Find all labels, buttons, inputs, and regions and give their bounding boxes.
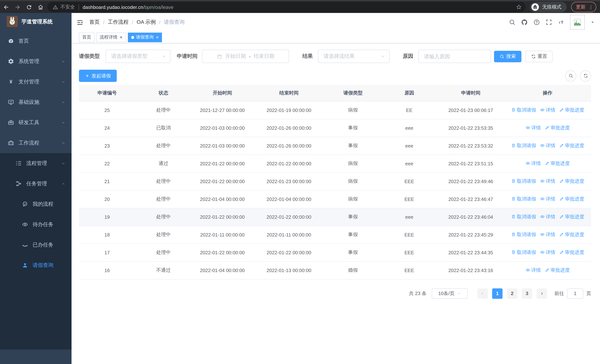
sidebar-item-process-management[interactable]: 流程管理 — [0, 153, 72, 173]
refresh-icon — [531, 54, 536, 59]
sidebar-item-dev-tools[interactable]: 研发工具 — [0, 112, 72, 133]
prev-page-button[interactable] — [477, 288, 488, 299]
sidebar-item-home[interactable]: 首页 — [0, 31, 72, 51]
close-icon[interactable]: × — [120, 35, 122, 40]
detail-action-link[interactable]: 详情 — [540, 178, 555, 185]
reason-input[interactable] — [419, 53, 491, 59]
search-icon[interactable] — [509, 19, 516, 26]
detail-action-link[interactable]: 详情 — [525, 125, 541, 131]
action-label: 详情 — [531, 267, 541, 274]
detail-action-link[interactable]: 详情 — [540, 196, 555, 202]
font-size-icon[interactable]: TT — [558, 19, 564, 26]
security-warning-icon[interactable] — [53, 4, 58, 10]
approval-progress-action-link[interactable]: 审批进度 — [544, 267, 570, 274]
cancel-leave-action-link[interactable]: 取消请假 — [511, 107, 536, 113]
sidebar-item-my-process[interactable]: 我的流程 — [0, 194, 72, 214]
result-select[interactable]: 请选择流结果 — [318, 50, 390, 63]
next-page-button[interactable] — [537, 288, 547, 299]
cell-id: 21 — [79, 172, 135, 190]
breadcrumb-item[interactable]: 工作流程 — [108, 19, 129, 26]
sidebar-item-done-tasks[interactable]: 已办任务 — [0, 235, 72, 255]
fullscreen-icon[interactable] — [545, 19, 552, 26]
page-button-2[interactable]: 2 — [507, 288, 517, 299]
detail-action-link[interactable]: 详情 — [525, 267, 541, 274]
reset-button[interactable]: 重置 — [525, 51, 553, 62]
approval-progress-action-link[interactable]: 审批进度 — [559, 231, 584, 238]
approval-progress-action-link[interactable]: 审批进度 — [544, 160, 570, 167]
help-icon[interactable] — [533, 19, 540, 26]
cell-type: 事假 — [325, 226, 381, 243]
eye-open-icon — [22, 221, 28, 228]
sidebar-item-todo-tasks[interactable]: 待办任务 — [0, 214, 72, 235]
cell-applied: 2022-01-22 23:49:46 — [438, 172, 504, 190]
update-button[interactable]: 更新 — [571, 2, 596, 12]
toggle-search-button[interactable] — [565, 70, 576, 81]
calendar-icon — [217, 54, 222, 59]
cell-end: 2022-01-11 00:00:00 — [253, 226, 325, 243]
sidebar-item-payment-management[interactable]: ¥支付管理 — [0, 72, 72, 92]
chat-icon — [22, 201, 28, 207]
table-toolbar: 发起请假 — [79, 70, 591, 82]
eye-icon — [540, 250, 544, 255]
svg-text:T: T — [559, 21, 560, 24]
cancel-leave-action-link[interactable]: 取消请假 — [511, 196, 536, 202]
refresh-table-button[interactable] — [580, 70, 591, 81]
cancel-leave-action-link[interactable]: 取消请假 — [511, 214, 536, 220]
tab-process-detail[interactable]: 流程详情× — [96, 32, 126, 42]
tab-home[interactable]: 首页 — [79, 32, 94, 42]
detail-action-link[interactable]: 详情 — [540, 107, 555, 113]
broken-image-icon — [573, 18, 581, 26]
detail-action-link[interactable]: 详情 — [540, 231, 555, 238]
search-button[interactable]: 搜索 — [494, 51, 521, 62]
tab-leave-query[interactable]: 请假查询× — [128, 32, 162, 42]
url-bar[interactable]: 不安全 dashboard.yudao.iocoder.cn/bpm/oa/le… — [47, 2, 525, 12]
user-avatar[interactable] — [570, 15, 585, 30]
breadcrumb-item[interactable]: OA 示例 — [137, 19, 156, 26]
cancel-leave-action-link[interactable]: 取消请假 — [511, 231, 536, 238]
home-icon[interactable] — [38, 4, 44, 10]
cancel-leave-action-link[interactable]: 取消请假 — [511, 249, 536, 256]
page-size-select[interactable]: 10条/页 — [432, 288, 468, 299]
approval-progress-action-link[interactable]: 审批进度 — [544, 125, 570, 131]
action-label: 审批进度 — [551, 160, 570, 167]
leave-type-select[interactable]: 请选择请假类型 — [106, 50, 170, 63]
browser-menu-icon[interactable] — [588, 4, 594, 10]
sidebar-toggle-icon[interactable] — [76, 19, 83, 26]
sidebar-item-leave-query[interactable]: 请假查询 — [0, 255, 72, 275]
detail-action-link[interactable]: 详情 — [540, 249, 555, 256]
github-icon[interactable] — [521, 19, 528, 26]
apply-time-range[interactable]: 开始日期 - 结束日期 — [202, 50, 289, 63]
forward-icon[interactable] — [14, 4, 21, 10]
approval-progress-action-link[interactable]: 审批进度 — [559, 142, 584, 149]
approval-progress-action-link[interactable]: 审批进度 — [559, 214, 584, 220]
pagination-total: 共 23 条 — [409, 290, 427, 297]
pen-icon — [559, 232, 564, 237]
sidebar-item-system-management[interactable]: 系统管理 — [0, 51, 72, 72]
column-header: 结束时间 — [253, 85, 325, 101]
action-label: 详情 — [546, 196, 555, 202]
page-button-1[interactable]: 1 — [492, 288, 503, 299]
breadcrumb-item[interactable]: 首页 — [89, 19, 100, 26]
cell-start: 2022-01-22 00:00:00 — [192, 208, 253, 226]
page-button-3[interactable]: 3 — [522, 288, 532, 299]
bookmark-star-icon[interactable] — [516, 4, 522, 10]
back-icon[interactable] — [3, 4, 9, 10]
close-icon[interactable]: × — [156, 35, 159, 40]
detail-action-link[interactable]: 详情 — [525, 160, 541, 167]
create-leave-button[interactable]: 发起请假 — [79, 70, 117, 82]
cancel-leave-action-link[interactable]: 取消请假 — [511, 178, 536, 185]
approval-progress-action-link[interactable]: 审批进度 — [559, 249, 584, 256]
sidebar-item-infrastructure[interactable]: 基础设施 — [0, 92, 72, 112]
approval-progress-action-link[interactable]: 审批进度 — [559, 107, 584, 113]
cancel-leave-action-link[interactable]: 取消请假 — [511, 142, 536, 149]
sidebar-item-task-management[interactable]: 任务管理 — [0, 173, 72, 194]
detail-action-link[interactable]: 详情 — [540, 142, 555, 149]
action-label: 审批进度 — [565, 178, 584, 185]
sidebar-item-workflow[interactable]: 工作流程 — [0, 133, 72, 153]
reload-icon[interactable] — [26, 4, 32, 10]
approval-progress-action-link[interactable]: 审批进度 — [559, 196, 584, 202]
avatar-caret-down-icon[interactable] — [590, 20, 595, 24]
approval-progress-action-link[interactable]: 审批进度 — [559, 178, 584, 185]
goto-page-input[interactable] — [567, 288, 583, 299]
detail-action-link[interactable]: 详情 — [540, 214, 555, 220]
